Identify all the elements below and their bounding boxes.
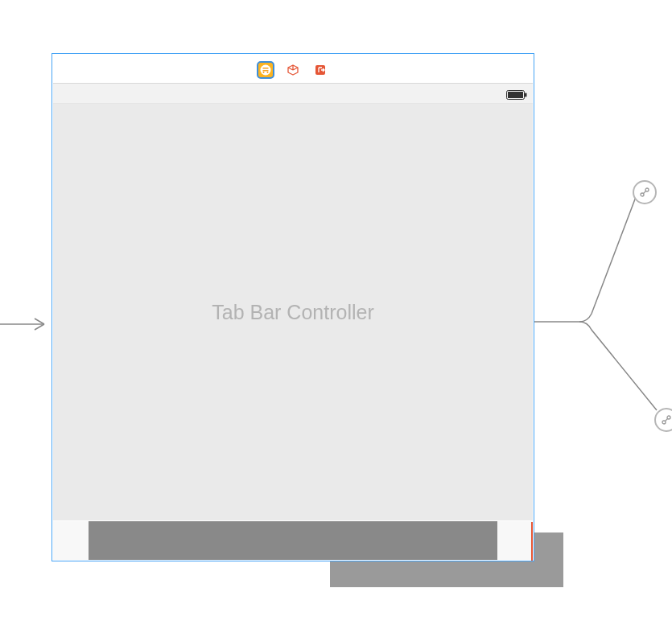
svg-point-11 (645, 188, 649, 191)
svg-line-12 (644, 191, 646, 194)
content-view[interactable]: Tab Bar Controller (53, 104, 533, 520)
svg-line-15 (666, 419, 668, 421)
view-controller-icon[interactable] (257, 61, 274, 79)
storyboard-canvas[interactable]: Tab Bar Controller (0, 0, 672, 625)
svg-point-4 (263, 72, 265, 73)
svg-point-5 (267, 72, 269, 73)
svg-rect-2 (263, 68, 269, 69)
segue-relationship-2[interactable] (654, 408, 672, 432)
svg-rect-8 (508, 92, 523, 98)
status-bar (53, 83, 533, 104)
scene-dock (52, 59, 534, 81)
svg-point-13 (662, 421, 666, 424)
scene-title-label: Tab Bar Controller (212, 301, 373, 324)
svg-rect-3 (263, 70, 269, 72)
tab-bar-controller-scene[interactable]: Tab Bar Controller (52, 53, 534, 561)
svg-rect-9 (525, 93, 527, 97)
tab-bar-items-area (89, 521, 497, 560)
selection-indicator (531, 522, 533, 561)
exit-icon[interactable] (311, 61, 329, 79)
battery-icon (506, 90, 527, 100)
svg-point-14 (667, 416, 670, 419)
tab-bar[interactable] (53, 521, 533, 560)
first-responder-icon[interactable] (284, 61, 302, 79)
segue-relationship-1[interactable] (633, 180, 657, 204)
entry-point-arrow[interactable] (0, 316, 52, 332)
svg-point-10 (641, 193, 644, 196)
